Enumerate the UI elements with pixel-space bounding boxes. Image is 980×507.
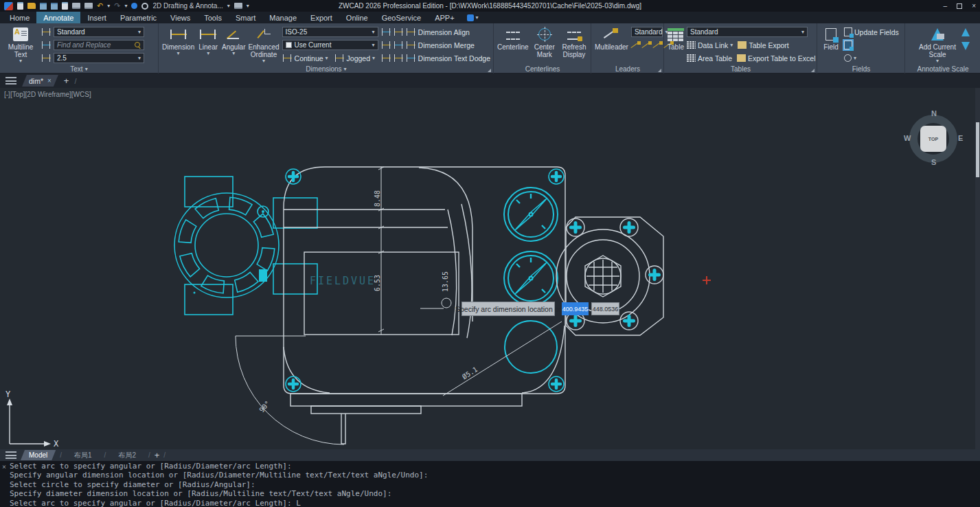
leaders-dialog-launcher[interactable] [658,69,661,72]
table-button[interactable]: Table [668,25,684,64]
dimension-align-button[interactable]: Dimension Align [418,28,470,36]
view-cube-south[interactable]: S [931,158,936,166]
copy-icon[interactable] [62,2,68,10]
dim-override-icon[interactable] [394,54,404,63]
panel-label-text[interactable]: Text▾ [0,65,158,74]
command-close-icon[interactable]: × [2,462,6,471]
tab-parametric[interactable]: Parametric [113,12,163,23]
ribbon-display-toggle[interactable]: ▾ [461,12,484,23]
flange-screw-top-right[interactable] [620,218,638,236]
flange-screw-right[interactable] [646,266,663,284]
dimension-text-dodge-button[interactable]: Dimension Text Dodge [418,54,490,63]
text-style-select[interactable]: Standard▾ [54,27,144,37]
centerline-button[interactable]: Centerline [497,25,529,64]
toolbar-extra-dropdown-icon[interactable]: ▾ [247,3,249,9]
dynamic-input-y[interactable]: 448.0536 [591,302,619,315]
close-button[interactable]: × [972,2,976,10]
dim-space-icon[interactable] [394,27,404,36]
dim-align-icon[interactable] [406,27,416,36]
left-flange-geometry[interactable] [174,177,317,315]
dynamic-input-x[interactable]: 400.9435 [562,302,589,315]
scrollbar-thumb[interactable] [976,122,979,177]
drawing-viewport[interactable]: FIELDVUE 8.48 6.53 13.65 90° Ø5.1 [0,88,980,449]
data-link-button[interactable]: Data Link [698,41,728,49]
area-table-button[interactable]: Area Table [698,54,732,63]
dim-text-848[interactable]: 8.48 [374,190,381,207]
tab-export[interactable]: Export [304,12,339,23]
tab-layout1[interactable]: 布局1 [66,450,100,460]
new-file-icon[interactable] [17,2,23,10]
view-cube-top-face[interactable]: TOP [920,126,946,152]
multiline-text-button[interactable]: Multiline Text▾ [3,25,38,65]
document-tab-dim[interactable]: dim*× [22,75,58,87]
tables-dialog-launcher[interactable] [811,69,814,72]
dimension-merge-button[interactable]: Dimension Merge [418,41,475,49]
tab-annotate[interactable]: Annotate [36,12,80,23]
center-mark-button[interactable]: Center Mark [532,25,558,64]
table-style-select[interactable]: Standard▾ [687,27,808,37]
save-as-icon[interactable] [51,3,58,10]
doc-menu-icon[interactable] [5,77,16,84]
minimize-button[interactable]: – [944,2,948,10]
mleader-style-select[interactable]: Standard▾ [631,27,663,37]
view-cube[interactable]: N S W E TOP [907,112,960,166]
dim-reassociate-icon[interactable] [381,54,391,63]
panel-label-tables[interactable]: Tables [665,64,817,74]
refresh-display-button[interactable]: Refresh Display [560,25,588,64]
screw-bottom-right[interactable] [549,376,564,392]
tab-app-plus[interactable]: APP+ [428,12,461,23]
flange-screw-top-left[interactable] [567,218,584,236]
continue-button[interactable]: Continue [295,54,323,63]
workspace-switcher[interactable]: 2D Drafting & Annota... [152,2,223,10]
open-file-icon[interactable] [27,3,36,9]
tab-insert[interactable]: Insert [80,12,113,23]
workspace-gear-icon[interactable] [141,3,148,10]
gauge-middle[interactable] [504,251,558,305]
screw-top-left[interactable] [286,169,301,184]
fieldvue-label[interactable]: FIELDVUE [310,275,376,287]
dim-text-653[interactable]: 6.53 [374,275,381,291]
panel-label-dimensions[interactable]: Dimensions▾ [159,65,493,74]
undo-dropdown-icon[interactable]: ▾ [107,3,110,9]
panel-label-annotative-scale[interactable]: Annotative Scale [906,65,980,74]
command-window[interactable]: × Select arc to specify angular or [Radi… [0,461,980,507]
dimension-button[interactable]: Dimension▾ [162,25,194,65]
plot-preview-icon[interactable] [84,3,93,9]
tab-smart[interactable]: Smart [229,12,262,23]
tab-online[interactable]: Online [339,12,375,23]
text-height-select[interactable]: 2.5▾ [54,53,144,63]
gauge-bottom-circle[interactable] [505,321,557,373]
tab-model[interactable]: Model [21,450,56,460]
redo-icon[interactable]: ↷ [114,2,120,10]
enhanced-ordinate-button[interactable]: Enhanced Ordinate▾ [249,25,280,65]
dim-merge-icon[interactable] [406,41,416,49]
toolbar-extra-icon[interactable] [234,3,242,9]
field-button[interactable]: Field [821,25,841,64]
align-leader-icon[interactable] [653,41,663,49]
maximize-button[interactable] [957,3,962,9]
dim-text-1365[interactable]: 13.65 [442,271,449,292]
field-background-icon[interactable] [844,54,852,62]
screw-top-right[interactable] [549,169,564,184]
tab-manage[interactable]: Manage [262,12,304,23]
undo-icon[interactable]: ↶ [97,2,103,10]
dim-layer-select[interactable]: Use Current▾ [282,40,378,50]
tab-views[interactable]: Views [163,12,197,23]
panel-label-fields[interactable]: Fields [818,64,904,74]
update-fields-button[interactable]: Update Fields [854,28,899,36]
tab-layout2[interactable]: 布局2 [110,450,144,460]
panel-label-leaders[interactable]: Leaders [592,64,663,74]
dim-style-select[interactable]: ISO-25▾ [282,27,378,37]
doc-tab-close-icon[interactable]: × [47,77,52,84]
dim-text-diameter[interactable]: Ø5.1 [461,365,479,381]
screw-bottom-left[interactable] [286,376,301,392]
linear-dimension-button[interactable]: Linear▾ [197,25,219,65]
redo-dropdown-icon[interactable]: ▾ [124,3,127,9]
tab-geoservice[interactable]: GeoService [375,12,428,23]
annotative-object-icon[interactable] [961,28,970,36]
gauge-top[interactable] [504,188,558,241]
jogged-button[interactable]: Jogged [347,54,370,63]
new-document-tab-button[interactable]: + [64,76,69,86]
panel-label-centerlines[interactable]: Centerlines [494,64,591,74]
annotative-scale-list-icon[interactable] [961,42,970,50]
